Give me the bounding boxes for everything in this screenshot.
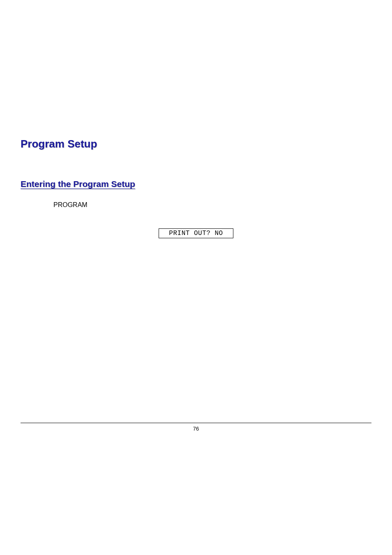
page-number: 76: [193, 426, 199, 432]
content-area: Program Setup Entering the Program Setup…: [0, 0, 392, 238]
display-box-wrapper: PRINT OUT? NO: [21, 228, 371, 238]
lcd-display-box: PRINT OUT? NO: [159, 228, 233, 238]
document-page: Program Setup Entering the Program Setup…: [0, 0, 392, 555]
heading-entering-program-setup: Entering the Program Setup: [21, 179, 371, 189]
program-label: PROGRAM: [53, 201, 371, 209]
page-footer: 76: [21, 423, 371, 432]
heading-program-setup: Program Setup: [21, 138, 371, 150]
